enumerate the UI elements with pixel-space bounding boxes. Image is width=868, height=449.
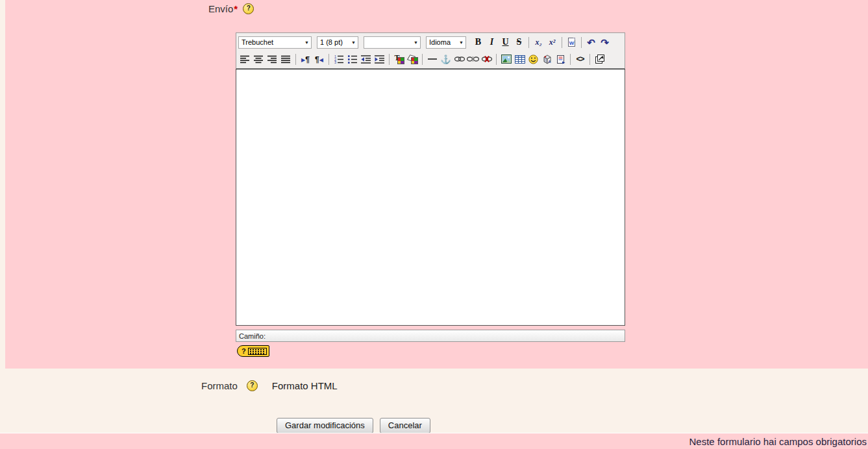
toolbar-row-1: Trebuchet▼1 (8 pt)▼▼Idioma▼BIUSx₂x²W↶↷ xyxy=(238,34,623,51)
envio-help-icon[interactable]: ? xyxy=(243,3,254,14)
enlarge-editor-icon xyxy=(595,54,605,64)
redo-button[interactable]: ↷ xyxy=(598,35,612,49)
strikethrough-button[interactable]: S xyxy=(512,35,526,49)
italic-glyph: I xyxy=(490,37,493,47)
language-select-value: Idioma xyxy=(429,38,451,46)
keyboard-icon xyxy=(248,348,267,355)
formato-help-icon[interactable]: ? xyxy=(247,380,258,391)
underline-button[interactable]: U xyxy=(499,35,512,49)
underline-glyph: U xyxy=(502,37,508,47)
insert-character-button[interactable]: A xyxy=(540,52,554,66)
enlarge-editor-button[interactable] xyxy=(593,52,606,66)
formato-label: Formato xyxy=(201,380,238,391)
editor-path-bar: Camiño: xyxy=(236,330,625,342)
cancel-button[interactable]: Cancelar xyxy=(380,418,430,433)
prevent-autolink-button[interactable] xyxy=(480,52,493,66)
toolbar-separator xyxy=(528,37,529,48)
direction-ltr-button[interactable]: ▶¶ xyxy=(299,52,312,66)
subscript-button[interactable]: x₂ xyxy=(532,35,545,49)
insert-link-button[interactable] xyxy=(453,52,466,66)
moodle-form-page: Envío* ? Trebuchet▼1 (8 pt)▼▼Idioma▼BIUS… xyxy=(0,0,868,449)
toolbar-separator xyxy=(562,37,562,48)
insert-table-button[interactable] xyxy=(513,52,527,66)
insert-table-icon xyxy=(515,55,525,64)
svg-text:3: 3 xyxy=(334,60,336,64)
align-left-button[interactable] xyxy=(238,52,252,66)
language-select[interactable]: Idioma▼ xyxy=(426,36,466,49)
chevron-down-icon: ▼ xyxy=(414,40,418,45)
envio-label: Envío xyxy=(208,3,233,14)
undo-button[interactable]: ↶ xyxy=(584,35,598,49)
path-label: Camiño: xyxy=(239,332,266,340)
formato-field-row: Formato ? Formato HTML xyxy=(201,380,338,391)
clean-word-html-button[interactable]: W xyxy=(565,35,578,49)
highlight-color-icon xyxy=(408,54,418,64)
search-replace-icon xyxy=(556,55,565,64)
remove-link-button[interactable] xyxy=(466,52,480,66)
chevron-down-icon: ▼ xyxy=(351,40,356,45)
ordered-list-button[interactable]: 123 xyxy=(332,52,345,66)
html-editor: Trebuchet▼1 (8 pt)▼▼Idioma▼BIUSx₂x²W↶↷ ▶… xyxy=(236,32,625,342)
font-color-icon: T xyxy=(394,54,404,64)
font-name-select-value: Trebuchet xyxy=(242,38,273,46)
outdent-icon xyxy=(361,55,371,64)
horizontal-rule-button[interactable] xyxy=(425,52,439,66)
undo-glyph: ↶ xyxy=(587,38,595,47)
anchor-glyph: ⚓ xyxy=(440,55,451,64)
required-fields-note: Neste formulario hai campos obrigatorios xyxy=(0,433,868,449)
anchor-button[interactable]: ⚓ xyxy=(439,52,453,66)
question-mark: ? xyxy=(242,348,246,355)
bold-button[interactable]: B xyxy=(471,35,485,49)
outdent-button[interactable] xyxy=(359,52,373,66)
superscript-button[interactable]: x² xyxy=(545,35,559,49)
envio-field-label-row: Envío* ? xyxy=(208,3,254,14)
insert-smiley-icon xyxy=(528,55,538,64)
align-right-button[interactable] xyxy=(266,52,279,66)
toolbar-separator xyxy=(422,54,423,65)
insert-smiley-button[interactable] xyxy=(527,52,540,66)
insert-link-icon xyxy=(454,55,465,63)
align-right-icon xyxy=(267,55,277,64)
chevron-down-icon: ▼ xyxy=(304,40,309,45)
formato-value: Formato HTML xyxy=(272,380,338,391)
superscript-glyph: x² xyxy=(549,38,556,47)
unordered-list-button[interactable] xyxy=(345,52,359,66)
align-center-icon xyxy=(254,55,264,64)
align-justify-icon xyxy=(281,55,291,64)
search-replace-button[interactable] xyxy=(554,52,567,66)
editor-canvas[interactable] xyxy=(236,69,625,326)
align-center-button[interactable] xyxy=(252,52,266,66)
direction-rtl-button[interactable]: ¶◀ xyxy=(312,52,326,66)
html-source-glyph: <> xyxy=(576,55,584,64)
font-name-select[interactable]: Trebuchet▼ xyxy=(238,36,312,49)
svg-text:W: W xyxy=(569,40,575,46)
keyboard-help-button[interactable]: ? xyxy=(237,345,269,357)
insert-image-button[interactable] xyxy=(499,52,513,66)
style-select[interactable]: ▼ xyxy=(364,36,421,49)
clean-word-html-icon: W xyxy=(567,37,577,47)
unordered-list-icon xyxy=(347,55,358,64)
highlight-color-button[interactable] xyxy=(406,52,419,66)
toolbar-separator xyxy=(389,54,390,65)
toolbar-separator xyxy=(496,54,497,65)
html-source-button[interactable]: <> xyxy=(573,52,587,66)
save-button[interactable]: Gardar modificacións xyxy=(277,418,373,433)
redo-glyph: ↷ xyxy=(601,38,609,47)
strikethrough-glyph: S xyxy=(517,37,522,47)
toolbar-separator xyxy=(570,54,571,65)
font-size-select[interactable]: 1 (8 pt)▼ xyxy=(317,36,358,49)
insert-image-icon xyxy=(501,55,512,64)
align-left-icon xyxy=(240,55,250,64)
required-marker: * xyxy=(234,3,238,14)
toolbar-separator xyxy=(589,54,590,65)
ordered-list-icon: 123 xyxy=(334,55,344,64)
toolbar-separator xyxy=(329,54,329,65)
bold-glyph: B xyxy=(475,37,481,47)
toolbar-separator xyxy=(295,54,296,65)
font-color-button[interactable]: T xyxy=(392,52,406,66)
editor-toolbar: Trebuchet▼1 (8 pt)▼▼Idioma▼BIUSx₂x²W↶↷ ▶… xyxy=(236,32,625,69)
indent-button[interactable] xyxy=(373,52,386,66)
italic-button[interactable]: I xyxy=(485,35,499,49)
align-justify-button[interactable] xyxy=(279,52,293,66)
prevent-autolink-icon xyxy=(481,55,493,63)
